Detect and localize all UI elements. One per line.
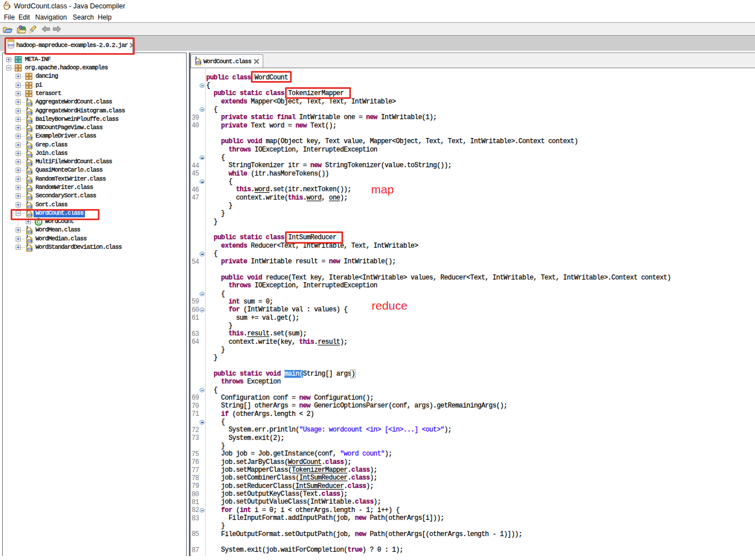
svg-text:010: 010 — [196, 61, 201, 64]
svg-text:010: 010 — [27, 170, 32, 174]
svg-text:010: 010 — [27, 111, 32, 115]
svg-text:010: 010 — [27, 239, 32, 243]
svg-text:010: 010 — [27, 205, 32, 208]
svg-text:010: 010 — [27, 145, 32, 149]
svg-text:010: 010 — [27, 162, 32, 165]
svg-text:010: 010 — [27, 154, 32, 157]
svg-text:010: 010 — [27, 136, 32, 140]
svg-text:010: 010 — [27, 188, 32, 191]
svg-text:010: 010 — [27, 248, 32, 251]
svg-text:010: 010 — [27, 102, 32, 106]
svg-text:010: 010 — [27, 179, 32, 183]
svg-text:010: 010 — [27, 230, 32, 234]
svg-text:010: 010 — [27, 120, 32, 123]
svg-text:010: 010 — [27, 196, 32, 200]
svg-text:010: 010 — [27, 128, 32, 131]
